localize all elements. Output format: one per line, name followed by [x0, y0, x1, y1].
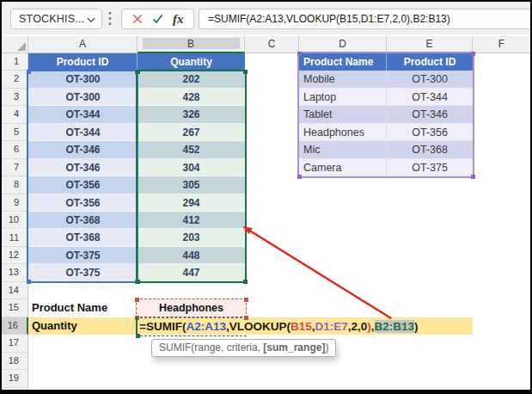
- selection-handle[interactable]: [297, 52, 302, 56]
- cell-b15-value: Headphones: [159, 302, 223, 314]
- formula-token: ,2,0: [348, 320, 368, 333]
- cancel-icon[interactable]: [132, 14, 143, 24]
- formula-toolbar: STOCKHIS... fx =SUMIF(A2:A13,VLOOKUP(B15…: [2, 2, 530, 34]
- name-box-value: STOCKHIS...: [19, 9, 84, 28]
- tooltip-text: ): [325, 342, 328, 354]
- selection-handle[interactable]: [471, 175, 475, 179]
- selection-handle[interactable]: [243, 70, 248, 74]
- row-header-6[interactable]: 6: [2, 141, 28, 158]
- cell-a15[interactable]: Product Name: [32, 299, 107, 317]
- tooltip-sum-range-arg: [sum_range]: [263, 342, 325, 354]
- row-header-1[interactable]: 1: [2, 53, 28, 71]
- row-header-20-partial[interactable]: [2, 388, 28, 390]
- cell-a1[interactable]: Product ID: [28, 53, 138, 71]
- selection-handle[interactable]: [297, 175, 302, 179]
- cell-b16-formula[interactable]: =SUMIF(A2:A13,VLOOKUP(B15,D1:E7,2,0),B2:…: [139, 317, 419, 335]
- formula-tooltip: SUMIF(range, criteria, [sum_range]): [151, 339, 336, 357]
- column-header-a[interactable]: A: [28, 36, 138, 53]
- formula-token: =SUMIF(: [139, 320, 186, 333]
- row-header-19[interactable]: 19: [2, 370, 28, 387]
- range-b2-b13[interactable]: [136, 70, 247, 283]
- row-header-18[interactable]: 18: [2, 353, 28, 370]
- column-header-e[interactable]: E: [387, 36, 473, 53]
- selection-handle[interactable]: [136, 70, 140, 74]
- formula-bar[interactable]: =SUMIF(A2:A13,VLOOKUP(B15,D1:E7,2,0),B2:…: [199, 9, 530, 29]
- row-header-13[interactable]: 13: [2, 264, 28, 281]
- selection-handle[interactable]: [471, 52, 475, 56]
- tooltip-text: SUMIF(range, criteria,: [159, 342, 263, 354]
- confirm-icon[interactable]: [152, 14, 163, 24]
- column-header-f[interactable]: F: [473, 36, 530, 53]
- selection-handle[interactable]: [243, 280, 248, 284]
- name-box[interactable]: STOCKHIS...: [10, 9, 102, 29]
- formula-token: B2:B13: [375, 320, 415, 333]
- formula-token: A2:A13: [186, 320, 226, 333]
- excel-window: STOCKHIS... fx =SUMIF(A2:A13,VLOOKUP(B15…: [0, 0, 532, 394]
- formula-token: D1:E7: [315, 320, 347, 333]
- insert-function-icon[interactable]: fx: [173, 12, 184, 27]
- select-all-corner[interactable]: [2, 36, 28, 53]
- sheet-area: STOCKHIS... fx =SUMIF(A2:A13,VLOOKUP(B15…: [2, 2, 530, 390]
- row-header-15[interactable]: 15: [2, 299, 28, 317]
- selection-handle[interactable]: [27, 70, 31, 74]
- range-d1-e7[interactable]: [297, 52, 474, 178]
- selection-handle[interactable]: [244, 298, 248, 302]
- row-header-11[interactable]: 11: [2, 230, 28, 247]
- selection-handle[interactable]: [135, 298, 139, 302]
- cell-b1[interactable]: Quantity: [138, 53, 245, 71]
- range-a2-a13[interactable]: [27, 70, 138, 283]
- row-header-16[interactable]: 16: [2, 317, 28, 335]
- cell-a16[interactable]: Quantity: [32, 317, 77, 335]
- row-header-17[interactable]: 17: [2, 335, 28, 352]
- more-options-icon[interactable]: [108, 11, 112, 29]
- row-header-14[interactable]: 14: [2, 282, 28, 299]
- row-header-5[interactable]: 5: [2, 124, 28, 141]
- formula-token: ,VLOOKUP(: [226, 320, 290, 333]
- chevron-down-icon[interactable]: [87, 17, 95, 23]
- selection-handle[interactable]: [136, 280, 140, 284]
- formula-token: B15: [290, 320, 312, 333]
- column-header-b[interactable]: B: [138, 36, 245, 53]
- formula-buttons: fx: [121, 9, 194, 29]
- row-header-3[interactable]: 3: [2, 89, 28, 106]
- column-header-d[interactable]: D: [299, 36, 387, 53]
- row-header-9[interactable]: 9: [2, 194, 28, 212]
- column-header-c[interactable]: C: [245, 36, 299, 53]
- row-header-7[interactable]: 7: [2, 159, 28, 176]
- row-header-12[interactable]: 12: [2, 247, 28, 264]
- formula-bar-text: =SUMIF(A2:A13,VLOOKUP(B15,D1:E7,2,0),B2:…: [208, 9, 450, 28]
- selection-handle[interactable]: [27, 280, 31, 284]
- row-header-2[interactable]: 2: [2, 71, 28, 88]
- formula-token: ): [414, 320, 419, 333]
- row-header-4[interactable]: 4: [2, 106, 28, 123]
- row-header-10[interactable]: 10: [2, 212, 28, 229]
- row-header-8[interactable]: 8: [2, 176, 28, 194]
